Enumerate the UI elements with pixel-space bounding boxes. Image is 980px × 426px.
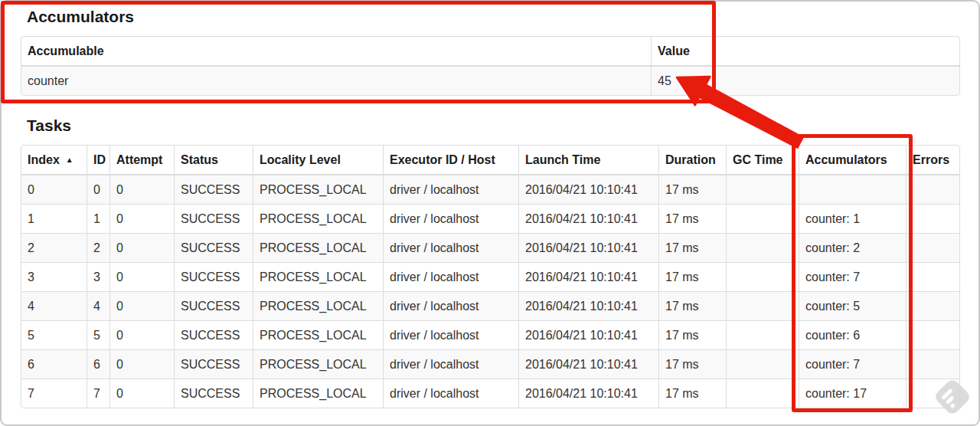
cell-id: 7: [87, 378, 109, 408]
cell-duration: 17 ms: [658, 175, 726, 204]
tasks-table: Index▲ ID Attempt Status Locality Level …: [21, 145, 960, 408]
cell-index: 7: [21, 378, 87, 408]
cell-launch-time: 2016/04/21 10:10:41: [518, 204, 658, 233]
cell-index: 0: [21, 175, 87, 204]
cell-status: SUCCESS: [174, 378, 253, 408]
cell-gc-time: [726, 233, 799, 262]
tasks-header-duration[interactable]: Duration: [658, 146, 726, 175]
cell-errors: [906, 175, 959, 204]
cell-accumulable-name: counter: [21, 67, 651, 95]
cell-status: SUCCESS: [174, 175, 253, 204]
tasks-section-title: Tasks: [27, 116, 959, 135]
task-row: 2 2 0 SUCCESS PROCESS_LOCAL driver / loc…: [21, 233, 959, 262]
cell-status: SUCCESS: [174, 204, 253, 233]
cell-attempt: 0: [109, 233, 174, 262]
cell-id: 3: [87, 262, 109, 291]
cell-executor-id-host: driver / localhost: [383, 320, 518, 349]
cell-id: 5: [87, 320, 109, 349]
cell-gc-time: [726, 291, 799, 320]
cell-executor-id-host: driver / localhost: [383, 349, 518, 378]
cell-attempt: 0: [109, 291, 174, 320]
cell-executor-id-host: driver / localhost: [383, 291, 518, 320]
accumulators-table-body: counter 45: [21, 67, 959, 95]
cell-gc-time: [726, 378, 799, 408]
cell-launch-time: 2016/04/21 10:10:41: [518, 349, 658, 378]
tasks-header-index[interactable]: Index▲: [21, 146, 87, 175]
cell-executor-id-host: driver / localhost: [383, 378, 518, 408]
cell-errors: [906, 262, 959, 291]
tasks-header-locality-level[interactable]: Locality Level: [253, 146, 383, 175]
cell-locality-level: PROCESS_LOCAL: [253, 175, 383, 204]
cell-executor-id-host: driver / localhost: [383, 175, 518, 204]
cell-launch-time: 2016/04/21 10:10:41: [518, 291, 658, 320]
cell-status: SUCCESS: [174, 320, 253, 349]
tasks-header-status[interactable]: Status: [174, 146, 253, 175]
cell-launch-time: 2016/04/21 10:10:41: [518, 175, 658, 204]
tasks-header-errors[interactable]: Errors: [906, 146, 959, 175]
cell-index: 1: [21, 204, 87, 233]
cell-executor-id-host: driver / localhost: [383, 233, 518, 262]
cell-launch-time: 2016/04/21 10:10:41: [518, 233, 658, 262]
tasks-header-id[interactable]: ID: [87, 146, 109, 175]
cell-index: 5: [21, 320, 87, 349]
cell-status: SUCCESS: [174, 349, 253, 378]
tasks-header-launch-time[interactable]: Launch Time: [518, 146, 658, 175]
task-row: 5 5 0 SUCCESS PROCESS_LOCAL driver / loc…: [21, 320, 959, 349]
cell-errors: [906, 349, 959, 378]
cell-attempt: 0: [109, 262, 174, 291]
cell-duration: 17 ms: [658, 349, 726, 378]
tasks-header-attempt[interactable]: Attempt: [109, 146, 174, 175]
cell-locality-level: PROCESS_LOCAL: [253, 378, 383, 408]
cell-gc-time: [726, 262, 799, 291]
accumulator-row: counter 45: [21, 67, 959, 95]
cell-gc-time: [726, 204, 799, 233]
task-row: 6 6 0 SUCCESS PROCESS_LOCAL driver / loc…: [21, 349, 959, 378]
cell-gc-time: [726, 175, 799, 204]
cell-index: 6: [21, 349, 87, 378]
tasks-header-accumulators[interactable]: Accumulators: [799, 146, 906, 175]
accumulators-header-accumulable: Accumulable: [21, 37, 651, 67]
cell-executor-id-host: driver / localhost: [383, 204, 518, 233]
tasks-header-gc-time[interactable]: GC Time: [726, 146, 799, 175]
cell-accumulators: counter: 6: [799, 320, 906, 349]
tasks-header-executor-id-host[interactable]: Executor ID / Host: [383, 146, 518, 175]
cell-id: 2: [87, 233, 109, 262]
cell-accumulators: counter: 1: [799, 204, 906, 233]
cell-locality-level: PROCESS_LOCAL: [253, 320, 383, 349]
cell-launch-time: 2016/04/21 10:10:41: [518, 378, 658, 408]
cell-errors: [906, 233, 959, 262]
cell-launch-time: 2016/04/21 10:10:41: [518, 320, 658, 349]
cell-id: 4: [87, 291, 109, 320]
cell-id: 1: [87, 204, 109, 233]
cell-accumulators: counter: 5: [799, 291, 906, 320]
cell-errors: [906, 291, 959, 320]
cell-errors: [906, 320, 959, 349]
cell-accumulators: counter: 7: [799, 349, 906, 378]
accumulators-table: Accumulable Value counter 45: [21, 36, 960, 96]
spark-stage-details-page: { "annotation": { "color": "#e81c0d", "h…: [0, 0, 980, 426]
cell-id: 0: [87, 175, 109, 204]
cell-duration: 17 ms: [658, 233, 726, 262]
cell-duration: 17 ms: [658, 291, 726, 320]
cell-duration: 17 ms: [658, 320, 726, 349]
page-content: Accumulators Accumulable Value counter 4…: [0, 0, 980, 408]
cell-locality-level: PROCESS_LOCAL: [253, 204, 383, 233]
cell-attempt: 0: [109, 378, 174, 408]
sort-ascending-icon: ▲: [66, 156, 74, 164]
cell-accumulators: counter: 7: [799, 262, 906, 291]
cell-gc-time: [726, 320, 799, 349]
cell-accumulators: counter: 2: [799, 233, 906, 262]
accumulators-header-row: Accumulable Value: [21, 37, 959, 67]
cell-locality-level: PROCESS_LOCAL: [253, 349, 383, 378]
task-row: 1 1 0 SUCCESS PROCESS_LOCAL driver / loc…: [21, 204, 959, 233]
cell-index: 4: [21, 291, 87, 320]
cell-index: 3: [21, 262, 87, 291]
cell-status: SUCCESS: [174, 262, 253, 291]
tasks-header-row: Index▲ ID Attempt Status Locality Level …: [21, 146, 959, 175]
cell-status: SUCCESS: [174, 291, 253, 320]
cell-attempt: 0: [109, 204, 174, 233]
cell-duration: 17 ms: [658, 262, 726, 291]
cell-locality-level: PROCESS_LOCAL: [253, 262, 383, 291]
task-row: 0 0 0 SUCCESS PROCESS_LOCAL driver / loc…: [21, 175, 959, 204]
cell-duration: 17 ms: [658, 204, 726, 233]
